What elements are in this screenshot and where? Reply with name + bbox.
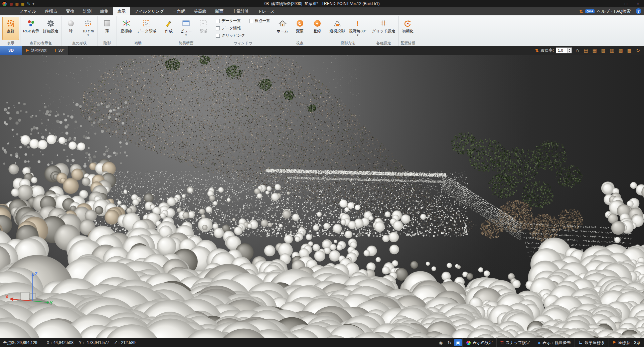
active-tool-icon[interactable]: ▣ — [454, 339, 462, 346]
view-preset-icon-5[interactable]: ▨ — [617, 47, 624, 54]
help-icon[interactable]: ? — [636, 8, 641, 14]
grid-settings-icon — [379, 19, 389, 28]
vertical-scale-input[interactable]: 1.0 ▲▼ — [556, 47, 572, 53]
quick-access-icon-2[interactable]: ▦ — [15, 2, 18, 6]
display-color-settings-button[interactable]: 表示色設定 — [462, 338, 496, 347]
quick-access-dropdown-icon[interactable]: ▾ — [32, 2, 34, 6]
coordinate-system-icon: ⚑ — [613, 340, 616, 345]
view-preset-icon-1[interactable]: ▤ — [583, 47, 589, 54]
perspective-toggle-button[interactable]: 透視投影 — [22, 46, 51, 55]
view-preset-icon-2[interactable]: ▦ — [591, 47, 598, 54]
statusbar: 全点数: 29,894,129 X：44,842.508 Y：-173,941.… — [0, 338, 644, 347]
ribbon-group-window: データ一覧 データ情報 クリッピング 視点一覧 ウィンドウ — [213, 16, 273, 46]
sphere-shape-button[interactable]: 球 — [62, 17, 79, 40]
dropdown-arrow-icon: ▼ — [356, 34, 359, 36]
tab-coordinate-points[interactable]: 座標点 — [40, 7, 62, 15]
total-points-value: 29,894,129 — [17, 340, 37, 345]
tab-display[interactable]: 表示 — [113, 7, 130, 15]
vertical-scale-icon: ⇅ — [535, 48, 539, 53]
initialize-button[interactable]: 初期化 — [399, 17, 416, 40]
math-coordinate-icon — [579, 340, 583, 345]
ribbon-group-placement: 初期化 配置情報 — [398, 16, 418, 46]
data-region-button[interactable]: データ領域 — [135, 17, 158, 40]
rgb-display-button[interactable]: RGB表示 — [21, 17, 41, 40]
fov-button[interactable]: ! 視野角30° ▼ — [347, 17, 368, 40]
ribbon-group-shading: 薄 陰影 — [98, 16, 117, 46]
tab-measure[interactable]: 計測 — [79, 7, 96, 15]
visibility-icon[interactable]: ◉ — [437, 339, 445, 346]
section-region-icon — [198, 19, 208, 28]
change-view-button[interactable]: ↻ 変更 — [292, 17, 308, 40]
display-priority-button[interactable]: ◆ 表示：精度優先 — [534, 338, 574, 347]
tab-convert[interactable]: 変換 — [62, 7, 79, 15]
orbit-icon[interactable]: ↻ — [445, 339, 453, 346]
checkbox-data-list[interactable]: データ一覧 — [216, 18, 245, 23]
close-button[interactable]: × — [632, 0, 644, 7]
vertical-scale-value: 1.0 — [556, 48, 567, 52]
tab-file[interactable]: ファイル — [15, 7, 40, 15]
snap-settings-button[interactable]: Ω スナップ設定 — [496, 338, 534, 347]
coord-z-value: 212.589 — [121, 340, 135, 345]
coordinate-lines-button[interactable]: 座標線 — [118, 17, 135, 40]
view-preset-icon-3[interactable]: ▧ — [600, 47, 607, 54]
quick-access-icon-4[interactable]: ✎ — [27, 2, 30, 6]
ribbon-group-label-assist: 補助 — [118, 41, 158, 46]
help-search[interactable]: ⇅ Q&A ヘルプ・FAQ検索 — [579, 7, 644, 15]
perspective-projection-icon — [332, 19, 342, 28]
ribbon-group-display: 点群 表示 — [1, 16, 20, 46]
tab-trace[interactable]: トレース — [253, 7, 279, 15]
coordinate-lines-icon — [121, 19, 131, 28]
register-view-button[interactable]: + 登録 — [309, 17, 326, 40]
viewport-toolbar: 3D 透視投影 ! 30° ⇅ 縦倍率: 1.0 ▲▼ ⌂ ▤ ▦ ▧ ▥ ▨ … — [0, 46, 644, 55]
view-preset-icon-6[interactable]: ▩ — [626, 47, 633, 54]
tab-volume-calc[interactable]: 土量計算 — [228, 7, 253, 15]
point-size-button[interactable]: 10 c m ▼ — [80, 17, 97, 40]
change-view-icon: ↻ — [295, 19, 305, 28]
view-preset-icon-4[interactable]: ▥ — [609, 47, 615, 54]
section-view-button[interactable]: ビュー ▼ — [178, 17, 194, 40]
chec kbox-viewpoint-list[interactable]: 視点一覧 — [249, 18, 270, 23]
quick-access-icon-3[interactable]: ▦ — [21, 2, 24, 6]
view-tab-3d[interactable]: 3D — [0, 46, 22, 55]
ribbon-group-label-window: ウィンドウ — [214, 41, 272, 46]
tab-contour[interactable]: 等高線 — [190, 7, 211, 15]
dropdown-arrow-icon: ▼ — [185, 34, 187, 36]
rotate-view-icon[interactable]: ↻ — [635, 47, 641, 54]
tab-tin[interactable]: 三角網 — [168, 7, 190, 15]
quick-access-icon-1[interactable]: ▦ — [9, 2, 13, 6]
detail-settings-button[interactable]: 詳細設定 — [41, 17, 60, 40]
home-view-toolbar-icon[interactable]: ⌂ — [574, 47, 581, 54]
coordinate-system-button[interactable]: ⚑ 座標系：3系 — [609, 338, 644, 347]
point-cloud-canvas[interactable] — [0, 55, 644, 338]
home-view-button[interactable]: ホーム — [274, 17, 291, 40]
tab-filtering[interactable]: フィルタリング — [130, 7, 169, 15]
tab-edit[interactable]: 編集 — [96, 7, 113, 15]
ribbon-group-label-settings: 各種設定 — [370, 41, 397, 46]
total-points: 全点数: 29,894,129 — [3, 340, 37, 346]
perspective-projection-button[interactable]: 透視投影 — [328, 17, 347, 40]
checkbox-data-info[interactable]: データ情報 — [216, 26, 245, 31]
magnet-icon: Ω — [500, 341, 504, 345]
ribbon-group-settings: グリッド設定 各種設定 — [369, 16, 398, 46]
grid-settings-button[interactable]: グリッド設定 — [370, 17, 397, 40]
math-coordinate-button[interactable]: 数学座標系 — [575, 338, 609, 347]
checkbox-box-icon — [249, 19, 253, 23]
create-section-button[interactable]: 作成 — [160, 17, 177, 40]
checkbox-box-icon — [216, 19, 220, 23]
quick-access-toolbar: ▦ ▦ ▦ ✎ ▾ — [0, 1, 34, 6]
initialize-icon — [403, 19, 413, 28]
section-region-button: 領域 — [195, 17, 212, 40]
maximize-button[interactable]: □ — [620, 0, 632, 7]
help-search-label: ヘルプ・FAQ検索 — [597, 9, 631, 14]
rgb-display-icon — [26, 19, 36, 28]
window-controls: — □ × — [608, 0, 644, 7]
app-logo-icon[interactable] — [2, 1, 7, 6]
ribbon-group-point-shape: 球 10 c m ▼ 点の形状 — [61, 16, 98, 46]
spinner-arrows-icon[interactable]: ▲▼ — [567, 48, 572, 53]
shading-light-button[interactable]: 薄 — [99, 17, 116, 40]
tab-section[interactable]: 断面 — [211, 7, 228, 15]
minimize-button[interactable]: — — [608, 0, 620, 7]
point-cloud-button[interactable]: 点群 — [2, 17, 19, 40]
fov-value-button[interactable]: ! 30° — [51, 46, 68, 55]
checkbox-clipping[interactable]: クリッピング — [216, 33, 245, 38]
